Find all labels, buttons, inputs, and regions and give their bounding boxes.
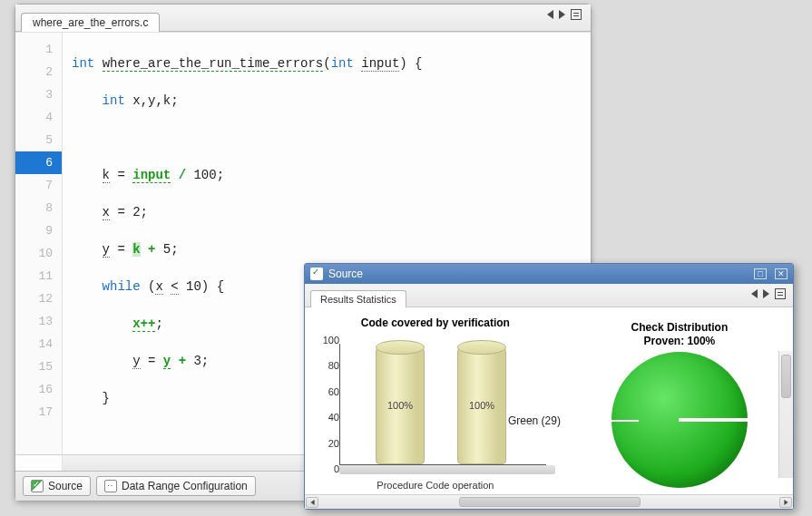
bar-value-label: 100% (377, 400, 424, 411)
line-number[interactable]: 11 (15, 265, 62, 287)
line-number[interactable]: 2 (15, 61, 62, 83)
hscroll-thumb[interactable] (459, 497, 641, 507)
editor-tab-nav (547, 9, 582, 20)
coverage-x-label: Procedure Code operation (305, 480, 566, 491)
line-number[interactable]: 3 (15, 83, 62, 106)
pie-leader-line (584, 420, 639, 422)
panel-body: Code covered by verification 100 80 60 4… (305, 307, 793, 494)
panel-tabstrip: Results Statistics (305, 284, 793, 307)
tab-list-icon[interactable] (571, 9, 582, 20)
line-number[interactable]: 7 (15, 174, 62, 197)
line-number[interactable]: 4 (15, 106, 62, 129)
line-number[interactable]: 5 (15, 129, 62, 151)
coverage-bar-procedure: 100% (376, 346, 425, 464)
line-number[interactable]: 9 (15, 219, 62, 242)
coverage-chart-title: Code covered by verification (305, 316, 566, 329)
bottom-tab-label: Data Range Configuration (122, 480, 248, 492)
tab-list-icon[interactable] (775, 288, 786, 299)
bottom-tab-data-range[interactable]: Data Range Configuration (96, 476, 256, 496)
data-range-icon (104, 480, 117, 492)
line-number[interactable]: 16 (15, 378, 62, 401)
line-number[interactable]: 8 (15, 197, 62, 219)
line-number[interactable]: 14 (15, 333, 62, 355)
tab-prev-icon[interactable] (751, 289, 758, 298)
distribution-title: Check Distribution Proven: 100% (631, 321, 729, 348)
coverage-axes (339, 344, 546, 465)
check-distribution-chart: Check Distribution Proven: 100% Green (2… (566, 307, 793, 494)
line-number[interactable]: 12 (15, 287, 62, 310)
pie-legend-green: Green (29) (508, 414, 561, 427)
source-icon (31, 480, 44, 492)
pie-separator (679, 418, 749, 422)
panel-titlebar[interactable]: Source □ ✕ (305, 264, 793, 284)
file-tab[interactable]: where_are_the_errors.c (21, 13, 160, 32)
line-number[interactable]: 17 (15, 401, 62, 424)
line-number[interactable]: 10 (15, 242, 62, 265)
tab-next-icon[interactable] (763, 289, 769, 298)
tab-prev-icon[interactable] (547, 10, 553, 19)
hscroll-right-icon[interactable] (779, 497, 792, 508)
hscroll-left-icon[interactable] (306, 497, 318, 508)
source-statistics-panel: Source □ ✕ Results Statistics Code cover… (304, 263, 794, 510)
coverage-bar-code-operation: 100% (457, 346, 506, 464)
line-number[interactable]: 15 (15, 355, 62, 378)
vscroll-thumb[interactable] (781, 355, 791, 398)
bottom-tab-source[interactable]: Source (23, 476, 91, 496)
coverage-y-ticks: 100 80 60 40 20 0 (308, 340, 339, 469)
distribution-pie: Green (29) (611, 352, 748, 488)
bottom-tab-label: Source (48, 480, 83, 492)
panel-title-icon (310, 268, 323, 280)
panel-vscrollbar[interactable] (778, 351, 793, 478)
line-number-gutter: 1 2 3 4 5 6 7 8 9 10 11 12 13 14 15 16 1… (15, 33, 63, 454)
chart-base (339, 465, 555, 474)
line-number-current[interactable]: 6 (15, 151, 62, 174)
line-number[interactable]: 13 (15, 310, 62, 333)
panel-hscrollbar[interactable] (305, 494, 793, 509)
editor-tabstrip: where_are_the_errors.c (15, 5, 591, 32)
panel-title-text: Source (328, 268, 363, 280)
tab-next-icon[interactable] (559, 10, 565, 19)
bar-value-label: 100% (458, 400, 505, 411)
tab-results-statistics[interactable]: Results Statistics (310, 290, 406, 307)
coverage-bar-chart: Code covered by verification 100 80 60 4… (305, 307, 566, 494)
panel-maximize-icon[interactable]: □ (754, 268, 767, 279)
panel-close-icon[interactable]: ✕ (775, 268, 788, 279)
panel-tab-nav (751, 288, 786, 299)
line-number[interactable]: 1 (15, 38, 62, 61)
